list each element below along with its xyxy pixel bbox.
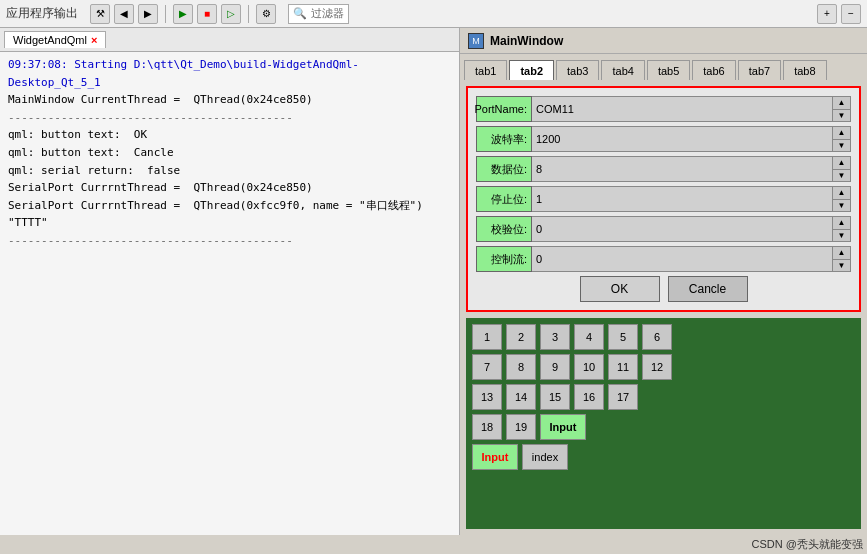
output-line: qml: serial return: false bbox=[8, 162, 451, 180]
prev-icon[interactable]: ◀ bbox=[114, 4, 134, 24]
cancel-button[interactable]: Cancle bbox=[668, 276, 748, 302]
toolbar: 应用程序输出 ⚒ ◀ ▶ ▶ ■ ▷ ⚙ 🔍 过滤器 + − bbox=[0, 0, 867, 28]
tab-tab3[interactable]: tab3 bbox=[556, 60, 599, 80]
numpad-bottom-row: Inputindex bbox=[472, 444, 855, 470]
spin-up-4[interactable]: ▲ bbox=[833, 217, 850, 230]
search-icon: 🔍 bbox=[293, 7, 307, 20]
numpad-btn-16[interactable]: 16 bbox=[574, 384, 604, 410]
numpad-index-button[interactable]: index bbox=[522, 444, 568, 470]
spin-down-1[interactable]: ▼ bbox=[833, 140, 850, 152]
close-tab-icon[interactable]: × bbox=[91, 34, 97, 46]
settings-icon[interactable]: ⚙ bbox=[256, 4, 276, 24]
numpad-btn-6[interactable]: 6 bbox=[642, 324, 672, 350]
tabs-bar: tab1tab2tab3tab4tab5tab6tab7tab8 bbox=[460, 54, 867, 80]
spin-up-2[interactable]: ▲ bbox=[833, 157, 850, 170]
numpad-btn-5[interactable]: 5 bbox=[608, 324, 638, 350]
spin-btns-0: ▲▼ bbox=[833, 96, 851, 122]
output-line: SerialPort CurrrntThread = QThread(0x24c… bbox=[8, 179, 451, 197]
numpad-btn-15[interactable]: 15 bbox=[540, 384, 570, 410]
debug-icon[interactable]: ▷ bbox=[221, 4, 241, 24]
config-value-2[interactable]: 8 bbox=[532, 156, 833, 182]
numpad-btn-1[interactable]: 1 bbox=[472, 324, 502, 350]
content-area: PortName:COM11▲▼波特率:1200▲▼数据位:8▲▼停止位:1▲▼… bbox=[460, 80, 867, 535]
main-area: WidgetAndQml × 09:37:08: Starting D:\qtt… bbox=[0, 28, 867, 535]
numpad-btn-10[interactable]: 10 bbox=[574, 354, 604, 380]
ok-button[interactable]: OK bbox=[580, 276, 660, 302]
spin-down-0[interactable]: ▼ bbox=[833, 110, 850, 122]
filter-box: 🔍 过滤器 bbox=[288, 4, 349, 24]
output-tab[interactable]: WidgetAndQml × bbox=[4, 31, 106, 48]
spin-down-4[interactable]: ▼ bbox=[833, 230, 850, 242]
spin-up-1[interactable]: ▲ bbox=[833, 127, 850, 140]
spin-up-5[interactable]: ▲ bbox=[833, 247, 850, 260]
output-tab-label: WidgetAndQml bbox=[13, 34, 87, 46]
output-line: MainWindow CurrentThread = QThread(0x24c… bbox=[8, 91, 451, 109]
spin-btns-2: ▲▼ bbox=[833, 156, 851, 182]
spin-down-3[interactable]: ▼ bbox=[833, 200, 850, 212]
numpad-row-0: 123456 bbox=[472, 324, 855, 350]
numpad-area: 12345678910111213141516171819InputInputi… bbox=[466, 318, 861, 529]
window-icon: M bbox=[468, 33, 484, 49]
numpad-input-button[interactable]: Input bbox=[540, 414, 586, 440]
action-buttons: OKCancle bbox=[476, 276, 851, 302]
output-line: SerialPort CurrrntThread = QThread(0xfcc… bbox=[8, 197, 451, 215]
spin-down-5[interactable]: ▼ bbox=[833, 260, 850, 272]
numpad-btn-19[interactable]: 19 bbox=[506, 414, 536, 440]
config-row-5: 控制流:0▲▼ bbox=[476, 246, 851, 272]
next-icon[interactable]: ▶ bbox=[138, 4, 158, 24]
config-value-3[interactable]: 1 bbox=[532, 186, 833, 212]
numpad-btn-7[interactable]: 7 bbox=[472, 354, 502, 380]
tab-tab1[interactable]: tab1 bbox=[464, 60, 507, 80]
spin-up-0[interactable]: ▲ bbox=[833, 97, 850, 110]
numpad-btn-14[interactable]: 14 bbox=[506, 384, 536, 410]
spin-up-3[interactable]: ▲ bbox=[833, 187, 850, 200]
numpad-btn-17[interactable]: 17 bbox=[608, 384, 638, 410]
output-line: qml: button text: OK bbox=[8, 126, 451, 144]
config-value-0[interactable]: COM11 bbox=[532, 96, 833, 122]
spin-btns-3: ▲▼ bbox=[833, 186, 851, 212]
filter-label: 过滤器 bbox=[311, 6, 344, 21]
config-value-1[interactable]: 1200 bbox=[532, 126, 833, 152]
build-icon[interactable]: ⚒ bbox=[90, 4, 110, 24]
add-tab-icon[interactable]: + bbox=[817, 4, 837, 24]
numpad-row-1: 789101112 bbox=[472, 354, 855, 380]
numpad-btn-4[interactable]: 4 bbox=[574, 324, 604, 350]
right-panel: M MainWindow tab1tab2tab3tab4tab5tab6tab… bbox=[460, 28, 867, 535]
config-label-0: PortName: bbox=[476, 96, 532, 122]
tab-tab5[interactable]: tab5 bbox=[647, 60, 690, 80]
config-row-3: 停止位:1▲▼ bbox=[476, 186, 851, 212]
spin-down-2[interactable]: ▼ bbox=[833, 170, 850, 182]
tab-tab4[interactable]: tab4 bbox=[601, 60, 644, 80]
window-title: MainWindow bbox=[490, 34, 563, 48]
tab-tab7[interactable]: tab7 bbox=[738, 60, 781, 80]
numpad-btn-11[interactable]: 11 bbox=[608, 354, 638, 380]
config-label-1: 波特率: bbox=[476, 126, 532, 152]
tab-tab8[interactable]: tab8 bbox=[783, 60, 826, 80]
output-line: ----------------------------------------… bbox=[8, 109, 451, 127]
numpad-btn-3[interactable]: 3 bbox=[540, 324, 570, 350]
numpad-btn-18[interactable]: 18 bbox=[472, 414, 502, 440]
minus-icon[interactable]: − bbox=[841, 4, 861, 24]
numpad-row-3: 1819Input bbox=[472, 414, 855, 440]
tab-tab2[interactable]: tab2 bbox=[509, 60, 554, 80]
numpad-btn-13[interactable]: 13 bbox=[472, 384, 502, 410]
spin-btns-1: ▲▼ bbox=[833, 126, 851, 152]
numpad-btn-8[interactable]: 8 bbox=[506, 354, 536, 380]
config-row-2: 数据位:8▲▼ bbox=[476, 156, 851, 182]
spin-btns-4: ▲▼ bbox=[833, 216, 851, 242]
numpad-btn-12[interactable]: 12 bbox=[642, 354, 672, 380]
watermark: CSDN @秃头就能变强 bbox=[0, 535, 867, 554]
stop-icon[interactable]: ■ bbox=[197, 4, 217, 24]
spin-btns-5: ▲▼ bbox=[833, 246, 851, 272]
numpad-btn-2[interactable]: 2 bbox=[506, 324, 536, 350]
numpad-input-red-button[interactable]: Input bbox=[472, 444, 518, 470]
config-label-3: 停止位: bbox=[476, 186, 532, 212]
right-title-bar: M MainWindow bbox=[460, 28, 867, 54]
output-line: "TTTT" bbox=[8, 214, 451, 232]
config-value-5[interactable]: 0 bbox=[532, 246, 833, 272]
numpad-btn-9[interactable]: 9 bbox=[540, 354, 570, 380]
tab-tab6[interactable]: tab6 bbox=[692, 60, 735, 80]
run-icon[interactable]: ▶ bbox=[173, 4, 193, 24]
config-value-4[interactable]: 0 bbox=[532, 216, 833, 242]
config-row-0: PortName:COM11▲▼ bbox=[476, 96, 851, 122]
